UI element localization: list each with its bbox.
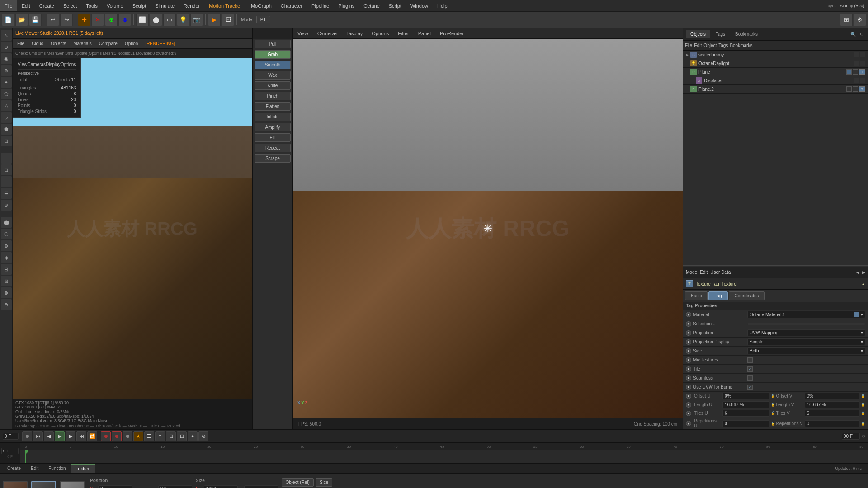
nav-right[interactable]: ▶ bbox=[862, 270, 865, 275]
record-btn-7[interactable]: ⊞ bbox=[166, 431, 176, 441]
rot-h-input[interactable] bbox=[158, 485, 192, 488]
sidebar-tool-19[interactable]: ◈ bbox=[1, 252, 12, 263]
sidebar-tool-18[interactable]: ⊛ bbox=[1, 240, 12, 251]
edit-label[interactable]: Edit bbox=[700, 270, 708, 275]
length-v-input[interactable]: 16.667 % bbox=[805, 401, 860, 408]
obj-lock-scaledummy[interactable] bbox=[860, 52, 865, 57]
record-btn-10[interactable]: ⊗ bbox=[198, 431, 208, 441]
menu-create[interactable]: Create bbox=[35, 0, 59, 11]
prev-frame-btn[interactable]: ◀ bbox=[44, 431, 54, 441]
sidebar-tool-22[interactable]: ⊚ bbox=[1, 287, 12, 298]
menu-plugins[interactable]: Plugins bbox=[334, 0, 359, 11]
size-h-input[interactable] bbox=[244, 485, 278, 488]
record-btn-2[interactable]: ⏺ bbox=[112, 431, 122, 441]
prop-projdisp-value[interactable]: Simple ▾ bbox=[747, 338, 865, 345]
menu-motion-tracker[interactable]: Motion Tracker bbox=[204, 0, 246, 11]
camera-btn[interactable]: 📷 bbox=[190, 14, 203, 26]
stats-tab-display[interactable]: Display bbox=[46, 62, 61, 67]
btn-pinch[interactable]: Pinch bbox=[255, 92, 291, 100]
sidebar-tool-16[interactable]: ⬤ bbox=[1, 217, 12, 228]
rep-u-input[interactable]: 0 bbox=[722, 420, 769, 427]
menu-sculpt[interactable]: Sculpt bbox=[128, 0, 151, 11]
btn-wax[interactable]: Wax bbox=[255, 71, 291, 80]
btab-function[interactable]: Function bbox=[44, 465, 70, 472]
stats-tab-options[interactable]: Options bbox=[61, 62, 76, 67]
key-record-btn[interactable]: ⏺ bbox=[22, 431, 32, 441]
obj-tab-bookmarks[interactable]: Bookmarks bbox=[730, 43, 752, 48]
obj-plane2[interactable]: P Plane.2 T bbox=[683, 85, 868, 94]
length-u-circle[interactable]: ● bbox=[686, 402, 691, 408]
record-btn-1[interactable]: ⏺ bbox=[101, 431, 111, 441]
prop-proj-value[interactable]: UVW Mapping ▾ bbox=[747, 329, 865, 336]
btn-pull[interactable]: Pull bbox=[255, 40, 291, 48]
obj-tab-tags[interactable]: Tags bbox=[718, 43, 728, 48]
prop-uvwbump-circle[interactable]: ● bbox=[686, 385, 691, 390]
cv-tab-display[interactable]: Display bbox=[344, 30, 364, 37]
userdata-label[interactable]: User Data bbox=[710, 270, 731, 275]
sphere-btn[interactable]: ⬤ bbox=[150, 14, 162, 26]
redo-btn[interactable]: ↪ bbox=[60, 14, 73, 26]
center-vp-canvas[interactable]: ✳ 人人素材 RRCG X Y Z bbox=[293, 39, 683, 418]
obj-octanedaylight[interactable]: 💡 OctaneDaylight bbox=[683, 59, 868, 68]
obj-vis-plane[interactable] bbox=[846, 69, 852, 75]
render-btn[interactable]: ▶ bbox=[208, 14, 221, 26]
menu-octane[interactable]: Octane bbox=[359, 0, 384, 11]
obj-tag-plane2[interactable]: T bbox=[859, 86, 865, 92]
size-dropdown[interactable]: Size bbox=[316, 478, 332, 487]
prop-proj-circle[interactable]: ● bbox=[686, 330, 691, 336]
sidebar-tool-17[interactable]: ⬡ bbox=[1, 229, 12, 239]
mode-label[interactable]: Mode bbox=[686, 270, 697, 275]
obj-lock-plane[interactable] bbox=[853, 69, 858, 75]
nav-left[interactable]: ◀ bbox=[856, 270, 859, 275]
start-frame-input[interactable] bbox=[3, 433, 19, 440]
menu-help[interactable]: Help bbox=[433, 0, 452, 11]
tiles-v-input[interactable]: 6 bbox=[805, 410, 860, 417]
current-frame-input[interactable] bbox=[1, 448, 19, 454]
btn-scrape[interactable]: Scrape bbox=[255, 154, 291, 163]
prop-mixtex-check[interactable] bbox=[747, 357, 753, 363]
texture-thumb-3[interactable]: Octane M... bbox=[60, 481, 85, 488]
mode-dropdown[interactable]: PT bbox=[256, 16, 270, 23]
undo-btn[interactable]: ↩ bbox=[47, 14, 59, 26]
key-next-btn[interactable]: ⏭ bbox=[76, 431, 86, 441]
sidebar-tool-5[interactable]: ✦ bbox=[1, 77, 12, 88]
sidebar-tool-15[interactable]: ⊘ bbox=[1, 200, 12, 211]
menu-simulate[interactable]: Simulate bbox=[151, 0, 179, 11]
menu-tools[interactable]: Tools bbox=[81, 0, 102, 11]
sidebar-tool-6[interactable]: ⬠ bbox=[1, 89, 12, 99]
obj-tag-plane[interactable]: T bbox=[859, 69, 865, 75]
rpanel-tab-bookmarks[interactable]: Bookmarks bbox=[731, 30, 762, 38]
prop-tile-circle[interactable]: ● bbox=[686, 366, 691, 372]
tag-tab-coordinates[interactable]: Coordinates bbox=[729, 291, 765, 300]
loop-btn[interactable]: 🔁 bbox=[87, 431, 97, 441]
prop-sel-value[interactable] bbox=[747, 323, 865, 325]
lv-tab-objects[interactable]: Objects bbox=[48, 40, 69, 47]
obj-displacer[interactable]: D Displacer bbox=[683, 76, 868, 85]
offset-u-input[interactable]: 0% bbox=[722, 393, 769, 399]
obj-vis-displacer[interactable] bbox=[854, 78, 859, 83]
sidebar-tool-4[interactable]: ⊗ bbox=[1, 65, 12, 76]
render-view-btn[interactable]: 🖼 bbox=[222, 14, 234, 26]
obj-tab-object[interactable]: Object bbox=[703, 43, 717, 48]
btn-inflate[interactable]: Inflate bbox=[255, 113, 291, 121]
record-btn-5[interactable]: ☰ bbox=[144, 431, 154, 441]
record-btn-6[interactable]: ≡ bbox=[155, 431, 165, 441]
light-btn[interactable]: 💡 bbox=[177, 14, 189, 26]
prop-sel-circle[interactable]: ● bbox=[686, 321, 691, 327]
sidebar-tool-10[interactable]: ⊞ bbox=[1, 136, 12, 146]
obj-lock-displacer[interactable] bbox=[860, 78, 865, 83]
rep-v-input[interactable]: 0 bbox=[805, 420, 860, 427]
prop-material-expand[interactable]: ▸ bbox=[861, 312, 863, 317]
sidebar-tool-12[interactable]: ⊡ bbox=[1, 164, 12, 175]
prop-mixtex-circle[interactable]: ● bbox=[686, 357, 691, 363]
length-u-input[interactable]: 16.667 % bbox=[722, 401, 769, 408]
end-frame-input[interactable] bbox=[842, 433, 860, 440]
obj-vis-octane[interactable] bbox=[854, 61, 859, 66]
prop-side-value[interactable]: Both ▾ bbox=[747, 347, 865, 354]
size-x-input[interactable] bbox=[204, 485, 238, 488]
cv-tab-panel[interactable]: Panel bbox=[416, 30, 433, 37]
cv-tab-prorender[interactable]: ProRender bbox=[438, 30, 466, 37]
move-btn[interactable]: ✕ bbox=[91, 14, 104, 26]
new-btn[interactable]: 📄 bbox=[2, 14, 14, 26]
prop-projdisp-circle[interactable]: ● bbox=[686, 339, 691, 345]
